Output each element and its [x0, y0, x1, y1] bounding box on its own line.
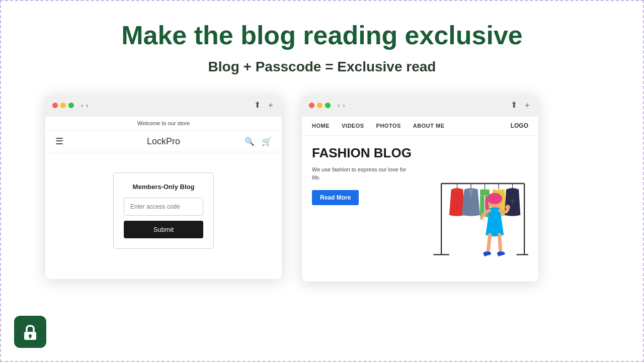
dot-yellow — [60, 103, 66, 108]
left-browser-chrome: ‹ › ⬆ ＋ — [45, 95, 282, 116]
access-code-input[interactable] — [124, 198, 203, 216]
store-content: Members-Only Blog Submit — [45, 152, 282, 279]
left-browser: ‹ › ⬆ ＋ Welcome to our store ☰ LockPro 🔍… — [45, 95, 282, 279]
passcode-card: Members-Only Blog Submit — [113, 172, 214, 249]
right-browser-nav: ‹ › — [338, 102, 345, 109]
nav-item-about[interactable]: ABOUT ME — [413, 123, 445, 129]
right-browser-actions: ⬆ ＋ — [511, 100, 531, 111]
blog-text-section: FASHION BLOG We use fashion to express o… — [312, 146, 413, 205]
submit-button[interactable]: Submit — [124, 221, 203, 238]
new-tab-icon[interactable]: ＋ — [523, 100, 531, 111]
store-banner: Welcome to our store — [45, 116, 282, 131]
forward-arrow-icon[interactable]: › — [343, 102, 345, 109]
back-arrow-icon[interactable]: ‹ — [338, 102, 340, 109]
svg-rect-8 — [480, 190, 490, 196]
right-browser: ‹ › ⬆ ＋ HOME VIDEOS PHOTOS ABOUT ME LOGO — [302, 95, 538, 282]
fashion-illustration: ? — [418, 146, 528, 272]
nav-item-home[interactable]: HOME — [312, 123, 330, 129]
blog-logo: LOGO — [511, 122, 528, 129]
store-header: ☰ LockPro 🔍 🛒 — [45, 131, 282, 152]
new-tab-icon[interactable]: ＋ — [267, 100, 275, 111]
blog-content: FASHION BLOG We use fashion to express o… — [302, 136, 538, 282]
left-browser-actions: ⬆ ＋ — [254, 100, 275, 111]
blog-title: FASHION BLOG — [312, 146, 413, 160]
lock-icon — [20, 322, 40, 342]
search-icon[interactable]: 🔍 — [245, 137, 255, 146]
blog-description: We use fashion to express our love for l… — [312, 165, 413, 182]
svg-rect-21 — [30, 336, 31, 338]
main-heading: Make the blog reading exclusive — [121, 21, 523, 50]
blog-nav: HOME VIDEOS PHOTOS ABOUT ME LOGO — [302, 116, 538, 136]
left-browser-nav: ‹ › — [81, 102, 89, 109]
dot-yellow — [317, 103, 323, 108]
dot-green — [325, 103, 331, 108]
main-subheading: Blog + Passcode = Exclusive read — [208, 59, 436, 75]
dot-red — [52, 103, 58, 108]
back-arrow-icon[interactable]: ‹ — [81, 102, 83, 109]
cart-icon[interactable]: 🛒 — [262, 137, 272, 146]
dot-green — [68, 103, 74, 108]
share-icon[interactable]: ⬆ — [511, 100, 517, 111]
store-header-icons: 🔍 🛒 — [245, 137, 272, 146]
passcode-card-title: Members-Only Blog — [124, 183, 203, 191]
right-browser-chrome: ‹ › ⬆ ＋ — [302, 95, 538, 116]
nav-item-photos[interactable]: PHOTOS — [376, 123, 401, 129]
svg-point-15 — [505, 205, 510, 210]
browsers-row: ‹ › ⬆ ＋ Welcome to our store ☰ LockPro 🔍… — [45, 95, 599, 282]
store-name: LockPro — [147, 136, 180, 147]
left-browser-dots — [52, 103, 74, 108]
right-browser-dots — [309, 103, 331, 108]
forward-arrow-icon[interactable]: › — [86, 102, 88, 109]
hamburger-icon[interactable]: ☰ — [55, 136, 63, 147]
share-icon[interactable]: ⬆ — [254, 100, 261, 111]
main-container: Make the blog reading exclusive Blog + P… — [1, 1, 643, 361]
svg-point-14 — [487, 193, 502, 204]
read-more-button[interactable]: Read More — [312, 190, 359, 205]
nav-item-videos[interactable]: VIDEOS — [342, 123, 364, 129]
svg-text:?: ? — [511, 199, 515, 206]
app-logo — [14, 316, 46, 348]
dot-red — [309, 103, 314, 108]
